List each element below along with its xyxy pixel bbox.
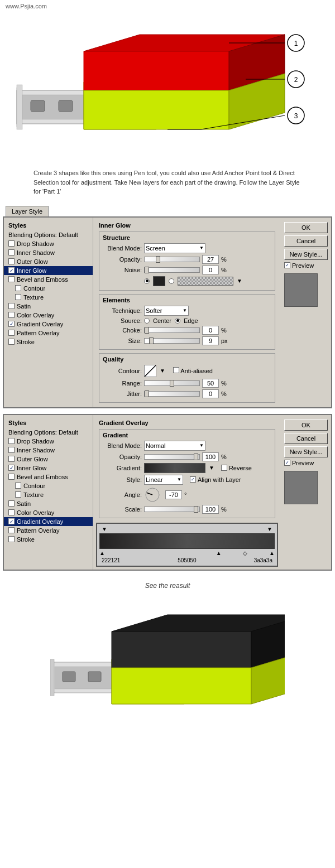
drop-shadow-checkbox[interactable]	[8, 240, 15, 247]
p2-angle-value[interactable]: -70	[165, 490, 182, 499]
sidebar-satin[interactable]: Satin	[4, 302, 93, 311]
jitter-thumb[interactable]	[145, 390, 149, 397]
panel2-contour[interactable]: Contour	[4, 481, 93, 490]
color-overlay-checkbox[interactable]	[8, 312, 15, 318]
p2-drop-shadow-checkbox[interactable]	[8, 438, 15, 444]
stroke-checkbox[interactable]	[8, 339, 15, 345]
angle-dial[interactable]	[144, 486, 161, 503]
panel2-inner-shadow[interactable]: Inner Shadow	[4, 446, 93, 455]
choke-slider[interactable]	[144, 327, 200, 333]
radio-gradient[interactable]	[169, 278, 174, 284]
outer-glow-checkbox[interactable]	[8, 258, 15, 264]
p2-gradient-preview[interactable]	[144, 463, 205, 473]
opacity-value[interactable]: 27	[202, 255, 219, 264]
p2-blend-mode-dropdown[interactable]: Normal ▼	[144, 441, 205, 451]
panel2-cancel-button[interactable]: Cancel	[284, 433, 328, 444]
sidebar-blending-options[interactable]: Blending Options: Default	[4, 230, 93, 239]
anti-aliased-checkbox[interactable]	[173, 367, 179, 373]
radio-edge[interactable]	[175, 318, 180, 324]
choke-thumb[interactable]	[145, 327, 149, 334]
sidebar-inner-glow[interactable]: Inner Glow	[4, 266, 93, 275]
p2-gradient-arrow[interactable]: ▼	[209, 465, 214, 471]
inner-shadow-checkbox[interactable]	[8, 249, 15, 255]
p2-texture-checkbox[interactable]	[15, 491, 21, 498]
p2-inner-shadow-checkbox[interactable]	[8, 447, 15, 453]
sidebar-stroke[interactable]: Stroke	[4, 337, 93, 346]
dropdown-arrow-color[interactable]: ▼	[237, 278, 242, 284]
contour-dropdown-arrow[interactable]: ▼	[160, 368, 165, 374]
p2-satin-checkbox[interactable]	[8, 500, 15, 507]
gradient-overlay-checkbox[interactable]	[8, 321, 15, 327]
panel2-bevel-emboss[interactable]: Bevel and Emboss	[4, 472, 93, 481]
panel2-texture[interactable]: Texture	[4, 490, 93, 499]
noise-thumb[interactable]	[145, 267, 149, 273]
size-slider[interactable]	[144, 338, 200, 344]
opacity-thumb[interactable]	[156, 256, 160, 263]
gradient-bar[interactable]	[99, 533, 275, 549]
top-stop-left[interactable]: ▼	[102, 526, 107, 532]
bevel-emboss-checkbox[interactable]	[8, 276, 15, 282]
panel2-ok-button[interactable]: OK	[284, 419, 328, 431]
opacity-slider[interactable]	[144, 257, 200, 262]
p2-scale-thumb[interactable]	[194, 506, 198, 513]
range-thumb[interactable]	[170, 380, 174, 387]
p2-opacity-value[interactable]: 100	[202, 452, 219, 461]
blend-mode-dropdown[interactable]: Screen ▼	[144, 243, 205, 253]
bottom-stop-mid[interactable]: ▲	[216, 550, 222, 556]
panel2-inner-glow[interactable]: Inner Glow	[4, 464, 93, 472]
sidebar-drop-shadow[interactable]: Drop Shadow	[4, 239, 93, 248]
choke-value[interactable]: 0	[202, 326, 219, 335]
range-value[interactable]: 50	[202, 379, 219, 388]
size-value[interactable]: 9	[202, 336, 219, 345]
sidebar-color-overlay[interactable]: Color Overlay	[4, 311, 93, 320]
bottom-stop-left[interactable]: ▲	[99, 550, 105, 556]
p2-contour-checkbox[interactable]	[15, 483, 21, 489]
range-slider[interactable]	[144, 380, 200, 386]
p2-opacity-thumb[interactable]	[194, 454, 198, 460]
p2-stroke-checkbox[interactable]	[8, 536, 15, 542]
p2-pattern-overlay-checkbox[interactable]	[8, 527, 15, 533]
radio-color[interactable]	[144, 278, 150, 284]
layer-style-tab[interactable]: Layer Style	[6, 206, 49, 216]
panel2-drop-shadow[interactable]: Drop Shadow	[4, 437, 93, 446]
pattern-overlay-checkbox[interactable]	[8, 330, 15, 336]
contour-checkbox[interactable]	[15, 285, 21, 291]
panel2-new-style-button[interactable]: New Style...	[284, 446, 328, 457]
panel2-satin[interactable]: Satin	[4, 499, 93, 508]
contour-thumbnail[interactable]	[144, 365, 156, 377]
p2-opacity-slider[interactable]	[144, 454, 200, 460]
jitter-slider[interactable]	[144, 391, 200, 397]
texture-gradient-swatch[interactable]	[178, 277, 233, 286]
p2-align-checkbox[interactable]	[190, 476, 196, 483]
p2-bevel-emboss-checkbox[interactable]	[8, 474, 15, 480]
panel1-new-style-button[interactable]: New Style...	[284, 249, 328, 260]
panel2-color-overlay[interactable]: Color Overlay	[4, 508, 93, 517]
p2-inner-glow-checkbox[interactable]	[8, 465, 15, 471]
panel1-cancel-button[interactable]: Cancel	[284, 235, 328, 247]
p2-reverse-checkbox[interactable]	[221, 465, 227, 471]
p2-outer-glow-checkbox[interactable]	[8, 456, 15, 462]
p2-scale-slider[interactable]	[144, 507, 200, 512]
satin-checkbox[interactable]	[8, 303, 15, 309]
panel2-stroke[interactable]: Stroke	[4, 535, 93, 544]
panel2-blending-options[interactable]: Blending Options: Default	[4, 428, 93, 437]
jitter-value[interactable]: 0	[202, 389, 219, 398]
bottom-stop-mid2[interactable]: ◇	[243, 550, 247, 556]
p2-style-dropdown[interactable]: Linear ▼	[144, 475, 183, 485]
sidebar-contour[interactable]: Contour	[4, 284, 93, 293]
sidebar-gradient-overlay[interactable]: Gradient Overlay	[4, 320, 93, 329]
sidebar-inner-shadow[interactable]: Inner Shadow	[4, 248, 93, 257]
technique-dropdown[interactable]: Softer ▼	[144, 306, 189, 316]
p2-scale-value[interactable]: 100	[202, 505, 219, 514]
sidebar-texture[interactable]: Texture	[4, 293, 93, 302]
top-stop-right[interactable]: ▼	[267, 526, 272, 532]
size-thumb[interactable]	[149, 337, 154, 344]
inner-glow-checkbox[interactable]	[8, 267, 15, 273]
p2-color-overlay-checkbox[interactable]	[8, 509, 15, 515]
color-swatch[interactable]	[153, 276, 165, 286]
bottom-stop-right[interactable]: ▲	[269, 550, 275, 556]
sidebar-pattern-overlay[interactable]: Pattern Overlay	[4, 329, 93, 337]
noise-slider[interactable]	[144, 267, 200, 273]
panel2-pattern-overlay[interactable]: Pattern Overlay	[4, 526, 93, 535]
noise-value[interactable]: 0	[202, 266, 219, 274]
